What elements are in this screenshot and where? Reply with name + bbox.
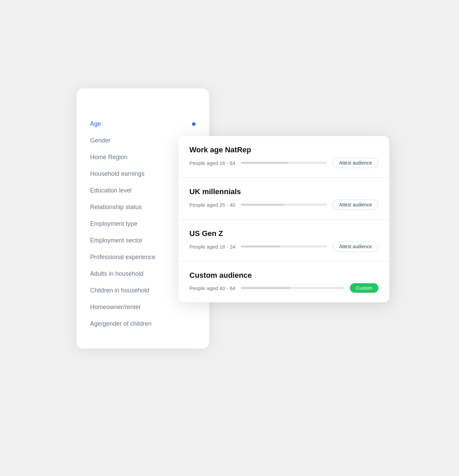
nav-item-label: Adults in household <box>90 270 143 277</box>
progress-bar-fill <box>241 287 290 289</box>
audience-list-panel: Work age NatRepPeople aged 18 - 64Attest… <box>178 136 389 302</box>
progress-bar-fill <box>241 204 284 206</box>
audience-item-custom-audience: Custom audiencePeople aged 40 - 64Custom <box>178 261 389 302</box>
audience-badge-custom-audience[interactable]: Custom <box>350 283 378 293</box>
nav-item-label: Gender <box>90 137 111 144</box>
nav-item-label: Employment sector <box>90 237 142 244</box>
audience-list: Work age NatRepPeople aged 18 - 64Attest… <box>178 136 389 302</box>
audience-item-work-age-natrep: Work age NatRepPeople aged 18 - 64Attest… <box>178 136 389 178</box>
audience-item-uk-millennials: UK millennialsPeople aged 25 - 40Attest … <box>178 178 389 220</box>
audience-meta: People aged 18 - 64Attest audience <box>189 158 378 168</box>
audience-name: Work age NatRep <box>189 146 378 154</box>
nav-item-label: Homeowner/renter <box>90 304 141 311</box>
progress-bar-bg <box>241 287 344 289</box>
nav-item-homeowner-renter[interactable]: Homeowner/renter <box>90 299 196 316</box>
nav-item-age-gender-children[interactable]: Age/gender of children <box>90 316 196 332</box>
progress-bar-bg <box>241 204 327 206</box>
audience-badge-uk-millennials[interactable]: Attest audience <box>333 200 378 210</box>
audience-badge-us-gen-z[interactable]: Attest audience <box>333 241 378 252</box>
audience-age-label: People aged 18 - 64 <box>189 160 235 166</box>
progress-bar-bg <box>241 245 327 248</box>
audience-age-label: People aged 18 - 24 <box>189 244 235 250</box>
audience-age-label: People aged 25 - 40 <box>189 202 235 208</box>
audience-item-us-gen-z: US Gen ZPeople aged 18 - 24Attest audien… <box>178 220 389 261</box>
audience-meta: People aged 25 - 40Attest audience <box>189 200 378 210</box>
nav-item-label: Age <box>90 120 101 128</box>
nav-item-label: Employment type <box>90 220 137 227</box>
progress-bar-bg <box>241 162 327 164</box>
nav-item-label: Home Region <box>90 154 128 161</box>
progress-bar-fill <box>241 162 288 164</box>
nav-item-label: Household earnings <box>90 170 144 177</box>
nav-item-label: Age/gender of children <box>90 320 152 327</box>
audience-name: US Gen Z <box>189 229 378 238</box>
nav-item-age[interactable]: Age <box>90 116 196 132</box>
audience-name: Custom audience <box>189 271 378 280</box>
audience-name: UK millennials <box>189 187 378 196</box>
nav-item-label: Children in household <box>90 287 149 294</box>
audience-meta: People aged 40 - 64Custom <box>189 283 378 293</box>
audience-meta: People aged 18 - 24Attest audience <box>189 241 378 252</box>
nav-item-label: Professional experience <box>90 254 155 261</box>
nav-item-label: Relationship status <box>90 204 142 211</box>
active-dot-icon <box>192 122 196 126</box>
audience-age-label: People aged 40 - 64 <box>189 285 235 291</box>
progress-bar-fill <box>241 245 279 248</box>
audience-badge-work-age-natrep[interactable]: Attest audience <box>333 158 378 168</box>
nav-item-label: Education level <box>90 187 132 194</box>
